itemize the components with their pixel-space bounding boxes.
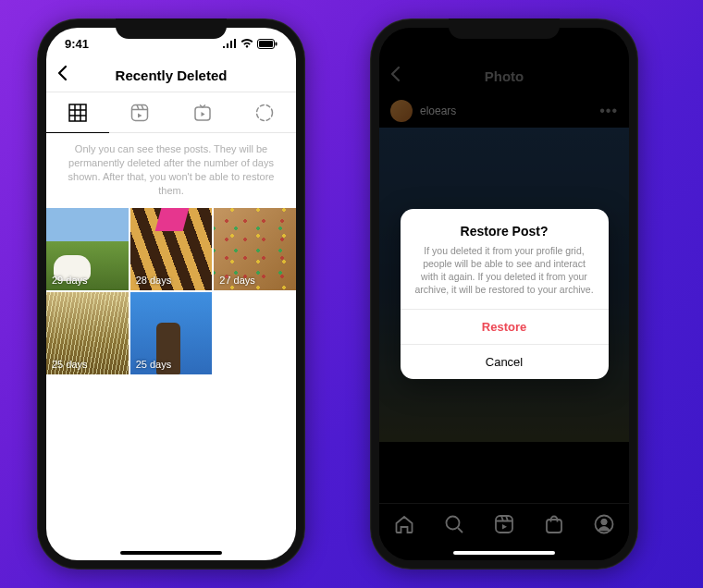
- igtv-icon: [193, 104, 212, 122]
- svg-rect-1: [259, 41, 273, 47]
- status-time: 9:41: [65, 37, 89, 51]
- cellular-icon: [222, 39, 237, 48]
- deleted-item[interactable]: 27 days: [214, 208, 296, 290]
- tab-story[interactable]: [234, 92, 297, 133]
- dialog-title: Restore Post?: [413, 224, 596, 239]
- days-remaining: 25 days: [136, 359, 172, 370]
- restore-button[interactable]: Restore: [401, 309, 609, 344]
- phone-mockup-right: Photo eloears ••• Restore Post? If you d…: [370, 18, 638, 570]
- tab-reels[interactable]: [109, 92, 172, 133]
- status-indicators: [222, 39, 278, 49]
- days-remaining: 25 days: [52, 359, 88, 370]
- svg-rect-3: [69, 104, 86, 121]
- modal-overlay: Restore Post? If you deleted it from you…: [379, 28, 629, 560]
- restore-dialog: Restore Post? If you deleted it from you…: [401, 209, 609, 380]
- battery-icon: [257, 39, 278, 49]
- dialog-body: If you deleted it from your profile grid…: [413, 244, 596, 297]
- chevron-left-icon: [57, 65, 68, 81]
- story-ring-icon: [255, 104, 274, 122]
- grid-icon: [68, 104, 87, 122]
- svg-rect-4: [132, 104, 148, 120]
- reels-icon: [130, 104, 149, 122]
- screen-photo-detail: Photo eloears ••• Restore Post? If you d…: [379, 28, 629, 560]
- page-title: Recently Deleted: [46, 67, 296, 83]
- deleted-item[interactable]: 25 days: [130, 292, 213, 374]
- deleted-item[interactable]: 25 days: [46, 292, 129, 374]
- home-indicator[interactable]: [120, 551, 222, 555]
- device-notch: [116, 18, 227, 39]
- home-indicator[interactable]: [453, 551, 555, 555]
- device-notch: [449, 18, 560, 39]
- phone-mockup-left: 9:41 Recently Deleted: [37, 18, 305, 570]
- deleted-item[interactable]: 29 days: [46, 208, 129, 290]
- deleted-item[interactable]: 28 days: [130, 208, 213, 290]
- tab-igtv[interactable]: [171, 92, 234, 133]
- days-remaining: 28 days: [136, 275, 172, 286]
- info-text: Only you can see these posts. They will …: [46, 133, 296, 208]
- days-remaining: 29 days: [52, 275, 88, 286]
- svg-rect-2: [276, 42, 278, 45]
- cancel-button[interactable]: Cancel: [401, 344, 609, 379]
- tab-grid[interactable]: [46, 92, 109, 133]
- days-remaining: 27 days: [219, 275, 255, 286]
- nav-bar: Recently Deleted: [46, 59, 296, 92]
- deleted-grid: 29 days 28 days 27 days 25 days 25 days: [46, 208, 296, 374]
- content-type-tabs: [46, 92, 296, 133]
- svg-point-6: [257, 104, 273, 120]
- wifi-icon: [240, 39, 253, 48]
- back-button[interactable]: [57, 65, 68, 86]
- screen-recently-deleted: 9:41 Recently Deleted: [46, 28, 296, 560]
